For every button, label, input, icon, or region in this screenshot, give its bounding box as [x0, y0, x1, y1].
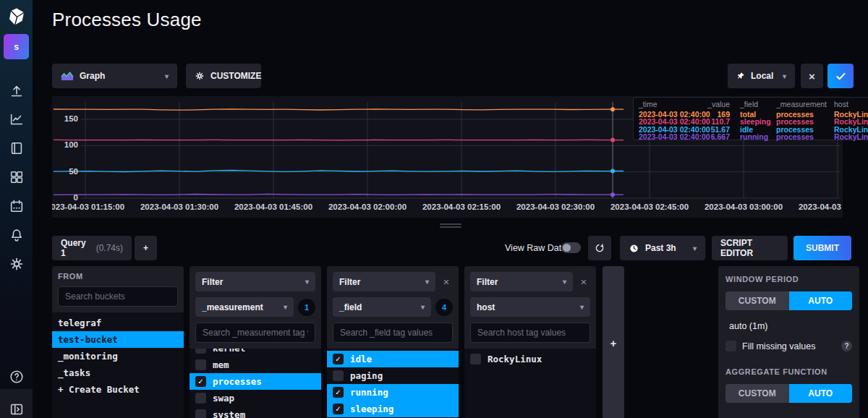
- tag-value-item[interactable]: paging: [327, 367, 459, 384]
- user-avatar[interactable]: s: [4, 34, 29, 59]
- pin-icon: [736, 72, 745, 80]
- help-tooltip-icon[interactable]: ?: [841, 341, 852, 351]
- alerts-icon[interactable]: [0, 221, 33, 249]
- bucket-item-label: _monitoring: [58, 351, 118, 362]
- bucket-item-label: test-bucket: [58, 334, 118, 345]
- query-duration: (0.74s): [96, 243, 123, 253]
- tooltip-cell-host: RockyLinux: [827, 133, 868, 141]
- tag-value-item-label: swap: [213, 393, 234, 404]
- tag-value-item[interactable]: swap: [190, 390, 321, 406]
- script-editor-label: SCRIPT EDITOR: [720, 238, 779, 258]
- tag-value-item-label: kernel: [213, 349, 245, 354]
- checked-checkbox[interactable]: ✓: [333, 404, 344, 414]
- unchecked-checkbox[interactable]: [195, 359, 206, 370]
- tooltip-col-field: _field: [733, 101, 769, 108]
- influxdb-logo-icon[interactable]: [0, 3, 33, 30]
- query-options-panel: WINDOW PERIOD CUSTOM AUTO auto (1m) Fill…: [718, 266, 859, 418]
- view-type-dropdown[interactable]: Graph ▾: [52, 64, 177, 88]
- bucket-item[interactable]: + Create Bucket: [52, 381, 184, 398]
- checked-checkbox[interactable]: ✓: [333, 354, 344, 364]
- bucket-item[interactable]: _tasks: [52, 364, 184, 381]
- fill-missing-checkbox[interactable]: [726, 341, 736, 351]
- checked-checkbox[interactable]: ✓: [333, 387, 344, 398]
- filter-type-label: Filter: [202, 277, 223, 287]
- script-editor-button[interactable]: SCRIPT EDITOR: [712, 236, 788, 260]
- tag-value-item[interactable]: mem: [190, 357, 321, 373]
- filter-panel-header: Filter ▾ × _field ▾ 4: [327, 266, 459, 349]
- aggregate-custom-button[interactable]: CUSTOM: [726, 384, 789, 403]
- tasks-icon[interactable]: [0, 192, 33, 220]
- cancel-button[interactable]: ×: [801, 64, 823, 88]
- chevron-down-icon: ▾: [165, 72, 169, 80]
- help-icon[interactable]: [0, 363, 33, 391]
- window-auto-button[interactable]: AUTO: [789, 291, 853, 310]
- measurement-search-input[interactable]: [195, 323, 315, 343]
- chevron-down-icon: ▾: [284, 303, 287, 311]
- unchecked-checkbox[interactable]: [195, 409, 206, 418]
- chevron-down-icon: ▾: [580, 303, 584, 311]
- view-raw-data-toggle[interactable]: [561, 242, 581, 253]
- bucket-item[interactable]: _monitoring: [52, 348, 184, 364]
- load-data-icon[interactable]: [0, 77, 33, 105]
- hover-dot-idle: [610, 169, 615, 173]
- query-tab[interactable]: Query 1 (0.74s): [52, 236, 132, 260]
- unchecked-checkbox[interactable]: [333, 370, 344, 381]
- confirm-button[interactable]: [827, 64, 854, 88]
- tag-value-item[interactable]: ✓running: [327, 384, 459, 401]
- series-line-running: [54, 194, 624, 195]
- tag-value-item[interactable]: system: [190, 406, 321, 418]
- gear-icon: [195, 71, 205, 81]
- time-range-label: Past 3h: [645, 243, 676, 253]
- filter-type-dropdown[interactable]: Filter ▾: [333, 272, 435, 291]
- expand-sidebar-icon[interactable]: [0, 396, 33, 418]
- bucket-search-input[interactable]: [58, 286, 178, 307]
- x-tick-label: 2023-04-03 02:30:00: [516, 202, 595, 211]
- field-search-input[interactable]: [333, 323, 453, 343]
- tooltip-cell-value: 6.667: [707, 133, 733, 141]
- timezone-dropdown[interactable]: Local ▾: [728, 64, 795, 88]
- x-tick-label: 2023-04-03 01:15:00: [52, 202, 124, 211]
- notebooks-icon[interactable]: [0, 135, 33, 162]
- add-query-button[interactable]: +: [135, 236, 157, 260]
- chevron-down-icon: ▾: [425, 278, 429, 286]
- window-custom-button[interactable]: CUSTOM: [726, 291, 789, 310]
- bucket-item[interactable]: test-bucket: [52, 331, 184, 348]
- unchecked-checkbox[interactable]: [195, 393, 206, 404]
- refresh-button[interactable]: [588, 236, 611, 260]
- tag-key-label: _measurement: [202, 302, 263, 312]
- query-tab-label: Query 1: [61, 238, 88, 258]
- add-filter-card-button[interactable]: +: [603, 266, 624, 418]
- time-range-dropdown[interactable]: Past 3h ▾: [620, 236, 705, 260]
- remove-filter-icon[interactable]: ×: [440, 276, 453, 288]
- host-search-input[interactable]: [470, 323, 590, 343]
- tag-value-item[interactable]: kernel: [190, 349, 321, 357]
- window-period-title: WINDOW PERIOD: [726, 275, 852, 283]
- bucket-item[interactable]: telegraf: [52, 315, 184, 331]
- checked-checkbox[interactable]: ✓: [195, 376, 206, 387]
- tag-value-item[interactable]: RockyLinux: [464, 351, 596, 367]
- tooltip-col-measurement: _measurement: [769, 101, 827, 108]
- filter-panel-header: Filter ▾ _measurement ▾ 1: [190, 266, 321, 349]
- tag-key-dropdown-field[interactable]: _field ▾: [333, 297, 431, 317]
- submit-button[interactable]: SUBMIT: [793, 236, 851, 260]
- tag-value-item-label: sleeping: [350, 404, 393, 414]
- tag-value-item[interactable]: ✓sleeping: [327, 401, 459, 417]
- data-explorer-icon[interactable]: [0, 106, 33, 133]
- aggregate-auto-button[interactable]: AUTO: [789, 384, 853, 403]
- tooltip-cell-measurement: processes: [769, 118, 827, 126]
- tag-key-dropdown-measurement[interactable]: _measurement ▾: [195, 297, 294, 317]
- sidebar-nav: s: [0, 0, 33, 418]
- unchecked-checkbox[interactable]: [195, 349, 206, 354]
- tag-value-item[interactable]: ✓processes: [190, 373, 321, 390]
- remove-filter-icon[interactable]: ×: [577, 276, 590, 288]
- unchecked-checkbox[interactable]: [470, 354, 481, 364]
- settings-gear-icon[interactable]: [0, 250, 33, 278]
- filter-type-dropdown[interactable]: Filter ▾: [195, 272, 315, 291]
- customize-button[interactable]: CUSTOMIZE: [186, 64, 261, 88]
- tag-value-item[interactable]: ✓idle: [327, 351, 459, 367]
- dashboards-icon[interactable]: [0, 163, 33, 191]
- tag-key-dropdown-host[interactable]: host ▾: [470, 297, 590, 317]
- resize-drag-handle[interactable]: [440, 223, 461, 229]
- filter-type-dropdown[interactable]: Filter ▾: [470, 272, 573, 291]
- tag-value-item-label: paging: [350, 370, 383, 381]
